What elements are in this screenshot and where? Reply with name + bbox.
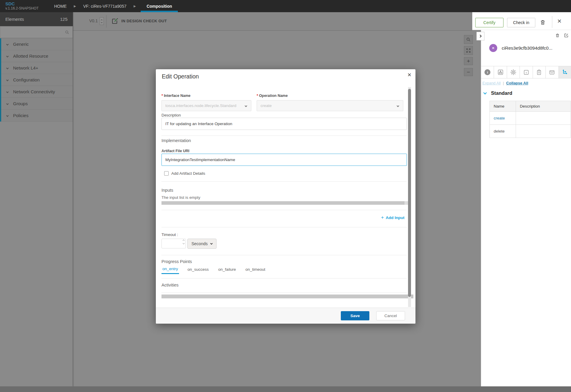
category-generic[interactable]: Generic xyxy=(0,38,73,50)
inputs-horizontal-scrollbar[interactable] xyxy=(161,201,404,205)
checkout-pencil-icon xyxy=(111,17,119,25)
chevron-down-icon xyxy=(6,55,9,57)
breadcrumb-separator-icon: ▶ xyxy=(134,4,136,8)
sdc-logo-text: SDC xyxy=(5,1,39,6)
save-button[interactable]: Save xyxy=(341,311,369,320)
canvas-search-button[interactable] xyxy=(464,35,473,44)
chevron-down-icon xyxy=(6,90,9,93)
breadcrumb-home[interactable]: HOME xyxy=(54,4,67,9)
tab-tooltip-info[interactable] xyxy=(520,66,533,78)
category-configuration[interactable]: Configuration xyxy=(0,74,73,86)
version-label: V0.1 xyxy=(89,18,98,23)
trash-icon xyxy=(540,19,546,25)
chevron-down-icon xyxy=(6,67,9,69)
category-network-l4[interactable]: Network L4+ xyxy=(0,62,73,74)
element-categories: Generic Allotted Resource Network L4+ Co… xyxy=(0,38,73,122)
description-label: Description xyxy=(161,113,181,117)
elements-header: Elements 125 xyxy=(0,12,73,26)
table-row: delete xyxy=(490,125,571,138)
version-dropdown[interactable] xyxy=(100,17,104,25)
interface-name-label: *Interface Name xyxy=(161,94,191,98)
chevron-down-icon xyxy=(397,104,399,107)
tab-on-failure[interactable]: on_failure xyxy=(217,267,237,274)
chevron-down-icon xyxy=(6,43,9,45)
settings-gear-icon xyxy=(510,69,517,75)
checkin-button[interactable]: Check in xyxy=(507,18,535,27)
lifecycle-actions-bar: Certify Check in × xyxy=(472,12,571,30)
category-policies[interactable]: Policies xyxy=(0,110,73,122)
cancel-button[interactable]: Cancel xyxy=(376,311,405,320)
tab-artifacts[interactable] xyxy=(546,66,559,78)
stepper-arrows-icon[interactable] xyxy=(183,240,184,244)
certify-button[interactable]: Certify xyxy=(475,18,503,27)
canvas-fit-screen-button[interactable] xyxy=(464,46,473,55)
breadcrumb-separator-icon: ▶ xyxy=(74,4,76,8)
chevron-down-icon xyxy=(6,102,9,105)
divider xyxy=(161,136,407,136)
modal-close-button[interactable]: × xyxy=(407,72,411,78)
inputs-empty-message: The input list is empty xyxy=(161,195,200,200)
artifacts-archive-icon xyxy=(549,69,555,75)
interface-name-select[interactable]: tosca.interfaces.node.lifecycle.Standard xyxy=(161,100,251,111)
tab-operations[interactable] xyxy=(559,66,571,78)
tab-information[interactable]: i xyxy=(481,66,494,78)
sdc-logo[interactable]: SDC v.1.16.2-SNAPSHOT xyxy=(5,1,39,10)
edit-component-button[interactable] xyxy=(564,33,569,38)
activities-heading: Activities xyxy=(161,283,178,287)
divider xyxy=(161,278,407,278)
category-groups[interactable]: Groups xyxy=(0,98,73,110)
interface-section-standard[interactable]: Standard xyxy=(484,90,512,96)
progress-point-tabs: on_entry on_success on_failure on_timeou… xyxy=(161,267,266,274)
collapse-all-link[interactable]: Collapse All xyxy=(506,81,528,85)
delete-component-button[interactable] xyxy=(555,33,560,38)
add-artifact-details-checkbox[interactable]: Add Artifact Details xyxy=(161,171,205,176)
operation-name-label: *Operation Name xyxy=(257,94,288,98)
scrollbar-corner xyxy=(404,201,408,205)
close-composition-button[interactable]: × xyxy=(557,18,561,25)
chevron-right-icon xyxy=(479,35,482,38)
breadcrumb-composition[interactable]: Composition xyxy=(143,4,176,9)
column-header-description: Description xyxy=(516,101,571,112)
timeout-unit-select[interactable]: Seconds xyxy=(187,239,217,249)
operation-delete-description xyxy=(516,125,571,138)
lifecycle-status-label: IN DESIGN CHECK OUT xyxy=(121,19,167,23)
delete-vf-button[interactable] xyxy=(540,19,546,25)
add-input-button[interactable]: + Add Input xyxy=(381,215,404,221)
category-allotted-resource[interactable]: Allotted Resource xyxy=(0,50,73,62)
modal-scrollbar-thumb[interactable] xyxy=(408,89,411,297)
elements-search[interactable] xyxy=(0,26,73,38)
tab-on-success[interactable]: on_success xyxy=(187,267,210,274)
canvas-zoom-controls: + − xyxy=(464,35,473,78)
table-row: create xyxy=(490,112,571,125)
panel-tabs: i xyxy=(481,66,571,78)
breadcrumb-vf[interactable]: VF: ciRes-VF771a9057 xyxy=(83,4,127,9)
chevron-down-icon xyxy=(210,242,213,244)
tab-composition[interactable] xyxy=(494,66,507,78)
tab-requirements[interactable] xyxy=(533,66,546,78)
elements-title: Elements xyxy=(5,17,24,22)
tab-on-entry[interactable]: on_entry xyxy=(161,267,179,274)
sdc-version: v.1.16.2-SNAPSHOT xyxy=(5,6,39,10)
interface-section-title: Standard xyxy=(491,90,512,96)
divider xyxy=(161,181,407,182)
artifact-file-uri-input[interactable] xyxy=(161,154,407,166)
timeout-input[interactable] xyxy=(161,239,186,248)
implementation-heading: Implementation xyxy=(161,138,191,143)
operation-name-select[interactable]: create xyxy=(257,100,403,111)
activities-horizontal-scrollbar[interactable] xyxy=(161,295,413,298)
canvas-zoom-in-button[interactable]: + xyxy=(464,57,473,65)
expand-all-link[interactable]: Expand All xyxy=(482,81,501,85)
component-details-panel: R ciRes3e9cfb3094d8fc0... i xyxy=(481,30,571,386)
category-network-connectivity[interactable]: Network Connectivity xyxy=(0,86,73,98)
divider xyxy=(161,210,407,210)
checkbox-icon xyxy=(164,171,169,176)
close-icon: × xyxy=(557,17,561,25)
canvas-zoom-out-button[interactable]: − xyxy=(464,68,473,76)
operation-delete-cell[interactable]: delete xyxy=(490,125,516,138)
bottom-status-strip xyxy=(0,386,571,392)
panel-collapse-button[interactable] xyxy=(476,32,484,40)
operation-create-link[interactable]: create xyxy=(490,112,516,125)
description-input[interactable] xyxy=(161,118,407,130)
tab-on-timeout[interactable]: on_timeout xyxy=(244,267,266,274)
tab-settings[interactable] xyxy=(507,66,520,78)
